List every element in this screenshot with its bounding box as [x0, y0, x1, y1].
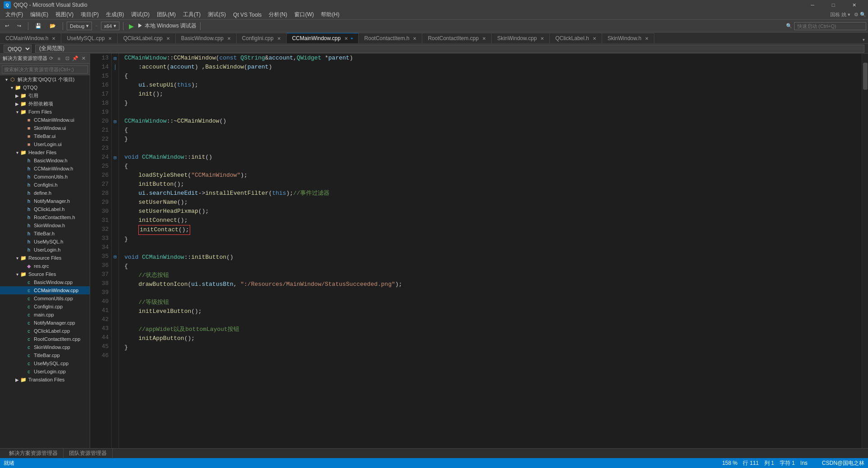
tree-item-BasicWindow-h[interactable]: h BasicWindow.h — [0, 156, 90, 165]
close-icon[interactable]: ✕ — [593, 36, 596, 41]
menu-file[interactable]: 文件(F) — [2, 10, 27, 19]
tab-QClickLabel-cpp[interactable]: QClickLabel.cpp ✕ — [118, 33, 175, 43]
toolbar-redo[interactable]: ↪ — [14, 22, 24, 30]
menu-tools[interactable]: 工具(T) — [179, 10, 204, 19]
tree-item-BasicWindow-cpp[interactable]: c BasicWindow.cpp — [0, 278, 90, 286]
tree-item-UserLogin-cpp[interactable]: c UserLogin.cpp — [0, 367, 90, 376]
solution-root[interactable]: ▾ ⬡ 解决方案'QtQQ'(1 个项目) — [0, 75, 90, 83]
tab-CCMainWindow-h[interactable]: CCMainWindow.h ✕ — [0, 33, 61, 43]
tree-item-ConfigIni-h[interactable]: h ConfigIni.h — [0, 181, 90, 189]
tab-SkinWindow-cpp[interactable]: SkinWindow.cpp ✕ — [492, 33, 550, 43]
dock-icon[interactable]: ⊡ — [64, 55, 71, 62]
tree-item-form-files[interactable]: ▾ 📁 Form Files — [0, 108, 90, 116]
tab-ConfigIni-cpp[interactable]: ConfigIni.cpp ✕ — [237, 33, 287, 43]
tree-item-RootContactItem-cpp[interactable]: c RootContactItem.cpp — [0, 335, 90, 343]
tree-item-NotifyManager-h[interactable]: h NotifyManager.h — [0, 197, 90, 205]
close-icon[interactable]: ✕ — [108, 36, 112, 41]
tree-item-CommonUtils-h[interactable]: h CommonUtils.h — [0, 173, 90, 181]
tree-item-SkinWindow-h[interactable]: h SkinWindow.h — [0, 221, 90, 229]
tree-item-TitleBar-cpp[interactable]: c TitleBar.cpp — [0, 351, 90, 359]
close-icon[interactable]: ✕ — [482, 36, 486, 41]
tree-item-source-files[interactable]: ▾ 📁 Source Files — [0, 270, 90, 278]
tree-item-UseMySQL-h[interactable]: h UseMySQL.h — [0, 238, 90, 246]
tab-BasicWindow-cpp[interactable]: BasicWindow.cpp ✕ — [176, 33, 237, 43]
menu-window[interactable]: 窗口(W) — [291, 10, 317, 19]
close-icon[interactable]: ✕ — [277, 36, 281, 41]
close-icon[interactable]: ✕ — [344, 36, 348, 41]
tab-RootContactItem-cpp[interactable]: RootContactItem.cpp ✕ — [422, 33, 492, 43]
tree-item-NotifyManager-cpp[interactable]: c NotifyManager.cpp — [0, 319, 90, 327]
menu-edit[interactable]: 编辑(E) — [27, 10, 52, 19]
minimize-button[interactable]: ─ — [802, 0, 823, 10]
tree-item-header-files[interactable]: ▾ 📁 Header Files — [0, 148, 90, 156]
tab-QClickLabel-h[interactable]: QClickLabel.h ✕ — [550, 33, 602, 43]
tree-item-references[interactable]: ▶ 📁 引用 — [0, 92, 90, 100]
tree-item-UserLogin-h[interactable]: h UserLogin.h — [0, 246, 90, 254]
pin-icon[interactable]: 📌 — [72, 55, 79, 62]
fold-marker-20[interactable]: ⊟ — [112, 117, 119, 126]
tree-item-CommonUtils-cpp[interactable]: c CommonUtils.cpp — [0, 294, 90, 303]
tree-item-CCMainWindow-h[interactable]: h CCMainWindow.h — [0, 165, 90, 173]
maximize-button[interactable]: □ — [823, 0, 844, 10]
menu-help[interactable]: 帮助(H) — [317, 10, 343, 19]
fold-marker-35[interactable]: ⊟ — [112, 252, 119, 261]
debug-mode-dropdown[interactable]: Debug ▾ — [67, 22, 92, 30]
close-icon[interactable]: ✕ — [413, 36, 416, 41]
close-icon[interactable]: ✕ — [540, 36, 544, 41]
run-button[interactable]: ▶ — [127, 23, 136, 30]
sync-icon[interactable]: ⟳ — [47, 55, 55, 62]
bottom-tab-solution-explorer[interactable]: 解决方案资源管理器 — [4, 449, 64, 459]
sidebar-search-input[interactable] — [2, 65, 88, 73]
tree-item-QClickLabel-cpp[interactable]: c QClickLabel.cpp — [0, 327, 90, 335]
quick-launch-input[interactable] — [794, 22, 866, 30]
menu-view[interactable]: 视图(V) — [52, 10, 77, 19]
toolbar-undo[interactable]: ↩ — [2, 22, 12, 30]
tree-item-external-deps[interactable]: ▶ 📁 外部依赖项 — [0, 100, 90, 108]
code-content[interactable]: CCMainWindow::CCMainWindow(const QString… — [119, 54, 862, 448]
platform-dropdown[interactable]: x64 ▾ — [101, 22, 120, 30]
menu-qt-vs-tools[interactable]: Qt VS Tools — [229, 10, 265, 19]
menu-build[interactable]: 生成(B) — [102, 10, 128, 19]
tab-SkinWindow-h[interactable]: SkinWindow.h ✕ — [602, 33, 654, 43]
close-sidebar-icon[interactable]: ✕ — [80, 55, 87, 62]
toolbar-open[interactable]: 📂 — [46, 22, 59, 30]
tab-RootContactItem-h[interactable]: RootContactItem.h ✕ — [359, 33, 422, 43]
tree-item-TitleBar-h[interactable]: h TitleBar.h — [0, 229, 90, 238]
filter-icon[interactable]: ≡ — [55, 55, 63, 62]
tab-UseMySQL-cpp[interactable]: UseMySQL.cpp ✕ — [61, 33, 118, 43]
tree-item-QClickLabel-h[interactable]: h QClickLabel.h — [0, 205, 90, 213]
menu-test[interactable]: 测试(S) — [204, 10, 229, 19]
tree-item-define-h[interactable]: h define.h — [0, 189, 90, 197]
menu-project[interactable]: 项目(P) — [77, 10, 102, 19]
close-icon[interactable]: ✕ — [227, 36, 231, 41]
scope-select[interactable]: QtQQ — [4, 45, 32, 53]
tree-item-UserLogin-ui[interactable]: ■ UserLogin.ui — [0, 140, 90, 148]
tree-item-SkinWindow-ui[interactable]: ■ SkinWindow.ui — [0, 124, 90, 132]
tree-item-SkinWindow-cpp[interactable]: c SkinWindow.cpp — [0, 343, 90, 351]
scrollbar-thumb[interactable] — [863, 63, 868, 90]
vertical-scrollbar[interactable] — [862, 54, 868, 448]
tree-item-resource-files[interactable]: ▾ 📁 Resource Files — [0, 254, 90, 262]
tree-item-translation-files[interactable]: ▶ 📁 Translation Files — [0, 376, 90, 384]
fold-marker-13[interactable]: ⊟ — [112, 54, 119, 63]
tree-item-CCMainWindow-ui[interactable]: ■ CCMainWindow.ui — [0, 116, 90, 124]
tree-item-UseMySQL-cpp[interactable]: c UseMySQL.cpp — [0, 359, 90, 367]
close-icon[interactable]: ✕ — [166, 36, 170, 41]
close-icon[interactable]: ✕ — [52, 36, 55, 41]
tree-item-TitleBar-ui[interactable]: ■ TitleBar.ui — [0, 132, 90, 140]
tree-item-RootContactItem-h[interactable]: h RootContactItem.h — [0, 213, 90, 221]
project-qtqq[interactable]: ▾ 📁 QTQQ — [0, 83, 90, 92]
fold-marker-24[interactable]: ⊟ — [112, 153, 119, 162]
code-editor[interactable]: 13 14 15 16 17 18 19 20 21 22 23 24 25 2… — [90, 54, 868, 448]
tree-item-main-cpp[interactable]: c main.cpp — [0, 311, 90, 319]
menu-debug[interactable]: 调试(D) — [128, 10, 153, 19]
bottom-tab-team-explorer[interactable]: 团队资源管理器 — [64, 449, 113, 459]
close-button[interactable]: ✕ — [844, 0, 864, 10]
tabs-overflow-button[interactable]: ▾ — [859, 37, 868, 43]
tree-item-CCMainWindow-cpp[interactable]: c CCMainWindow.cpp — [0, 286, 90, 294]
tab-CCMainWindow-cpp[interactable]: CCMainWindow.cpp ✕ ● — [287, 33, 359, 43]
menu-analyze[interactable]: 分析(N) — [265, 10, 291, 19]
close-icon[interactable]: ✕ — [645, 36, 649, 41]
menu-team[interactable]: 团队(M) — [153, 10, 179, 19]
tree-item-ConfigIni-cpp[interactable]: c ConfigIni.cpp — [0, 303, 90, 311]
